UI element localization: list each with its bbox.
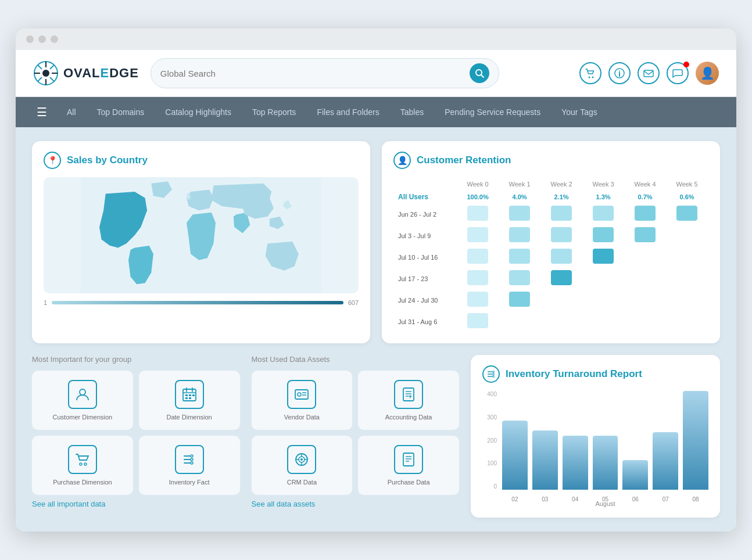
asset-item-4[interactable]: Purchase Data xyxy=(358,436,459,495)
assets-title: Most Used Data Assets xyxy=(252,355,460,364)
retention-cell xyxy=(541,311,582,332)
world-map xyxy=(44,177,359,293)
important-item-3[interactable]: Purchase Dimension xyxy=(32,436,133,495)
retention-cell xyxy=(499,204,540,224)
asset-item-3[interactable]: CRM Data xyxy=(252,436,353,495)
svg-point-16 xyxy=(619,71,620,72)
chat-button[interactable] xyxy=(667,62,689,84)
svg-rect-25 xyxy=(189,394,191,396)
date-dimension-icon xyxy=(175,380,204,409)
vendor-data-icon xyxy=(287,380,316,409)
retention-row-label: Jul 24 - Jul 30 xyxy=(395,290,456,310)
see-all-assets[interactable]: See all data assets xyxy=(252,500,460,508)
mail-button[interactable] xyxy=(638,62,660,84)
bar xyxy=(532,430,558,490)
inventory-panel: Inventory Turnaround Report 0 100 200 30… xyxy=(471,355,720,518)
col-header-w4: Week 4 xyxy=(625,178,665,190)
nav-item-all[interactable]: All xyxy=(56,99,87,125)
retention-cell xyxy=(499,225,540,246)
titlebar-dot-3 xyxy=(51,35,58,43)
search-input[interactable] xyxy=(160,69,464,78)
avatar[interactable]: 👤 xyxy=(696,62,719,85)
important-item-4[interactable]: Inventory Fact xyxy=(139,436,240,495)
location-icon: 📍 xyxy=(44,152,61,169)
important-item-1[interactable]: Customer Dimension xyxy=(32,371,133,430)
retention-cell xyxy=(625,268,665,289)
purchase-data-label: Purchase Data xyxy=(388,479,430,486)
svg-point-29 xyxy=(80,463,82,465)
retention-cell xyxy=(625,247,665,267)
important-item-2[interactable]: Date Dimension xyxy=(139,371,240,430)
purchase-dimension-icon xyxy=(68,445,97,474)
bar xyxy=(653,432,678,490)
bar xyxy=(502,421,528,490)
retention-cell xyxy=(667,225,707,246)
purchase-dimension-label: Purchase Dimension xyxy=(53,479,112,486)
retention-cell xyxy=(667,268,707,289)
logo[interactable]: OVALEDGE xyxy=(33,60,139,86)
y-label-100: 100 xyxy=(482,460,497,466)
retention-panel: 👤 Customer Retention Week 0 Week 1 Week … xyxy=(382,141,720,343)
y-label-300: 300 xyxy=(482,414,497,421)
logo-text: OVALEDGE xyxy=(63,66,139,81)
legend-bar xyxy=(52,301,343,304)
search-button[interactable] xyxy=(470,63,489,83)
info-button[interactable] xyxy=(608,62,631,84)
nav-item-your-tags[interactable]: Your Tags xyxy=(551,99,608,125)
customer-dimension-label: Customer Dimension xyxy=(53,414,113,421)
chat-icon xyxy=(672,68,683,78)
main-window: OVALEDGE xyxy=(16,28,736,532)
retention-cell xyxy=(499,247,540,267)
info-icon xyxy=(614,68,625,78)
svg-rect-52 xyxy=(403,453,414,466)
accounting-data-label: Accounting Data xyxy=(385,414,432,421)
svg-rect-41 xyxy=(403,388,414,401)
bar-column: 02 xyxy=(502,391,528,490)
sales-panel: 📍 Sales by Country xyxy=(32,141,370,343)
report-icon xyxy=(482,365,500,383)
retention-cell xyxy=(499,311,540,332)
retention-cell xyxy=(457,225,498,246)
nav-item-files-folders[interactable]: Files and Folders xyxy=(306,99,389,125)
important-grid: Customer Dimension xyxy=(32,371,240,495)
retention-cell xyxy=(667,247,707,267)
retention-cell xyxy=(457,311,498,332)
retention-row-label: Jun 26 - Jul 2 xyxy=(395,204,456,224)
svg-line-11 xyxy=(481,75,484,77)
asset-item-1[interactable]: Vendor Data xyxy=(252,371,353,430)
vendor-data-label: Vendor Data xyxy=(284,414,320,421)
nav-bar: ☰ All Top Domains Catalog Highlights Top… xyxy=(16,97,736,127)
nav-item-tables[interactable]: Tables xyxy=(390,99,434,125)
inventory-panel-title: Inventory Turnaround Report xyxy=(482,365,708,383)
user-icon: 👤 xyxy=(393,152,411,169)
retention-cell xyxy=(625,290,665,310)
retention-row-label: Jul 10 - Jul 16 xyxy=(395,247,456,267)
retention-row-label: Jul 3 - Jul 9 xyxy=(395,225,456,246)
svg-point-38 xyxy=(298,393,301,396)
important-title: Most Important for your group xyxy=(32,355,240,364)
see-all-important[interactable]: See all important data xyxy=(32,500,240,508)
bottom-row: Most Important for your group Customer D… xyxy=(32,355,720,518)
retention-cell xyxy=(583,268,624,289)
svg-rect-26 xyxy=(192,394,195,396)
crm-data-label: CRM Data xyxy=(287,479,317,486)
hamburger-button[interactable]: ☰ xyxy=(27,97,56,127)
svg-point-36 xyxy=(191,462,193,464)
bar-column: 05 xyxy=(593,391,618,490)
y-label-0: 0 xyxy=(482,483,497,490)
nav-item-pending[interactable]: Pending Service Requests xyxy=(434,99,551,125)
svg-point-32 xyxy=(191,455,193,457)
search-bar[interactable] xyxy=(151,58,499,88)
retention-table: Week 0 Week 1 Week 2 Week 3 Week 4 Week … xyxy=(393,177,708,333)
svg-rect-28 xyxy=(189,397,191,399)
asset-item-2[interactable]: Accounting Data xyxy=(358,371,459,430)
retention-cell xyxy=(457,290,498,310)
top-row: 📍 Sales by Country xyxy=(32,141,720,343)
cart-button[interactable] xyxy=(579,62,601,84)
titlebar-dot-2 xyxy=(38,35,46,43)
nav-item-top-reports[interactable]: Top Reports xyxy=(242,99,306,125)
svg-rect-17 xyxy=(644,70,653,77)
nav-item-catalog-highlights[interactable]: Catalog Highlights xyxy=(155,99,242,125)
nav-item-top-domains[interactable]: Top Domains xyxy=(87,99,155,125)
retention-cell xyxy=(583,225,624,246)
